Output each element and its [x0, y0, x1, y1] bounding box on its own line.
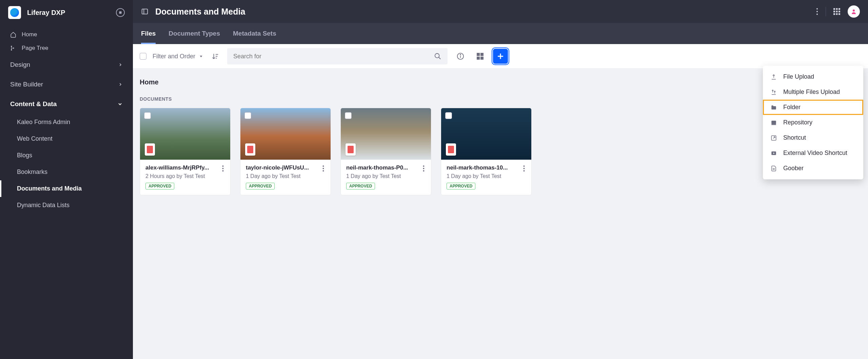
card-checkbox[interactable]	[445, 112, 452, 119]
card-kebab-icon[interactable]	[319, 164, 327, 173]
card-title: neil-mark-thomas-10...	[447, 164, 514, 171]
status-badge: APPROVED	[145, 183, 174, 190]
apps-grid-icon[interactable]	[833, 8, 840, 15]
nav-group-site-builder[interactable]: Site Builder	[0, 75, 133, 94]
separator	[826, 7, 826, 16]
card-thumbnail	[441, 108, 531, 160]
compass-icon[interactable]	[116, 8, 125, 17]
svg-rect-0	[11, 46, 12, 47]
svg-rect-27	[477, 53, 480, 56]
document-card[interactable]: taylor-nicole-jWFUsU... 1 Day ago by Tes…	[240, 108, 331, 195]
add-menu-shortcut[interactable]: Shortcut	[763, 130, 863, 145]
card-kebab-icon[interactable]	[419, 164, 428, 173]
card-checkbox[interactable]	[244, 112, 251, 119]
caret-down-icon	[199, 54, 203, 59]
info-button[interactable]	[454, 49, 467, 63]
nav-group-design[interactable]: Design	[0, 55, 133, 75]
tab-metadata-sets[interactable]: Metadata Sets	[233, 23, 276, 44]
view-toggle-button[interactable]	[473, 49, 487, 63]
nav-group-label: Design	[10, 61, 30, 68]
svg-point-50	[523, 168, 525, 169]
svg-point-44	[322, 168, 324, 169]
card-thumbnail	[341, 108, 431, 160]
panel-toggle-icon[interactable]	[141, 8, 149, 15]
svg-rect-8	[833, 8, 835, 10]
avatar[interactable]	[848, 5, 860, 18]
menu-item-label: Multiple Files Upload	[783, 88, 840, 96]
chevron-right-icon	[118, 82, 123, 87]
status-badge: APPROVED	[346, 183, 375, 190]
card-kebab-icon[interactable]	[219, 164, 227, 173]
sidebar-item-web-content[interactable]: Web Content	[0, 131, 133, 147]
sidebar-item-label: Bookmarks	[17, 168, 47, 175]
add-menu-goober[interactable]: Goober	[763, 161, 863, 176]
filter-order-dropdown[interactable]: Filter and Order	[153, 53, 203, 60]
topbar: Documents and Media	[133, 0, 868, 23]
add-menu-folder[interactable]: Folder	[763, 100, 863, 115]
document-card[interactable]: alex-williams-MrjRPfy... 2 Hours ago by …	[140, 108, 231, 195]
svg-point-26	[460, 55, 461, 55]
search-input[interactable]	[233, 53, 434, 60]
svg-rect-2	[13, 48, 14, 49]
file-type-badge-icon	[145, 143, 155, 156]
tab-document-types[interactable]: Document Types	[169, 23, 220, 44]
sidebar-item-label: Documents and Media	[17, 185, 82, 192]
svg-point-40	[222, 165, 223, 167]
video-icon	[770, 150, 777, 157]
svg-point-6	[816, 11, 818, 12]
brand-logo[interactable]	[8, 6, 21, 19]
add-menu-multiple-upload[interactable]: Multiple Files Upload	[763, 84, 863, 100]
card-kebab-icon[interactable]	[520, 164, 528, 173]
svg-rect-29	[477, 57, 480, 60]
svg-rect-16	[839, 13, 840, 15]
menu-item-label: External Video Shortcut	[783, 149, 847, 157]
home-icon	[10, 32, 16, 38]
add-menu-repository[interactable]: Repository	[763, 115, 863, 130]
sidebar-item-label: Home	[22, 31, 37, 38]
svg-point-48	[423, 170, 424, 172]
sidebar-nav: Home Page Tree Design Site Builder Conte…	[0, 25, 133, 216]
kebab-icon[interactable]	[816, 8, 818, 15]
svg-point-47	[423, 168, 424, 169]
card-body: neil-mark-thomas-P0... 1 Day ago by Test…	[341, 160, 431, 195]
add-button[interactable]	[493, 49, 508, 64]
svg-rect-33	[771, 121, 776, 124]
breadcrumb[interactable]: Home	[140, 78, 861, 86]
card-checkbox[interactable]	[144, 112, 151, 119]
tab-files[interactable]: Files	[141, 23, 156, 44]
select-all-checkbox[interactable]	[140, 53, 146, 60]
card-meta: 1 Day ago by Test Test	[447, 173, 526, 179]
sidebar-item-label: Page Tree	[22, 45, 48, 52]
toolbar: Filter and Order File Upload M	[133, 44, 868, 69]
sidebar-item-dynamic-data-lists[interactable]: Dynamic Data Lists	[0, 197, 133, 214]
document-card[interactable]: neil-mark-thomas-P0... 1 Day ago by Test…	[340, 108, 431, 195]
card-meta: 2 Hours ago by Test Test	[145, 173, 225, 179]
sidebar-item-label: Dynamic Data Lists	[17, 202, 70, 208]
card-checkbox[interactable]	[345, 112, 352, 119]
add-menu-file-upload[interactable]: File Upload	[763, 69, 863, 84]
search-icon[interactable]	[434, 53, 441, 60]
page-title: Documents and Media	[155, 7, 809, 17]
brand-name: Liferay DXP	[27, 9, 110, 17]
svg-point-22	[435, 54, 439, 58]
upload-multi-icon	[770, 89, 777, 96]
add-menu-external-video[interactable]: External Video Shortcut	[763, 145, 863, 161]
sidebar-item-home[interactable]: Home	[0, 28, 133, 41]
content: Home DOCUMENTS alex-williams-MrjRPfy... …	[133, 69, 868, 205]
repository-icon	[770, 119, 777, 126]
sidebar-item-bookmarks[interactable]: Bookmarks	[0, 164, 133, 180]
svg-point-17	[853, 9, 855, 12]
tree-icon	[10, 45, 16, 51]
file-type-badge-icon	[446, 143, 456, 156]
sidebar-item-label: Kaleo Forms Admin	[17, 119, 70, 125]
status-badge: APPROVED	[447, 183, 475, 190]
document-card[interactable]: neil-mark-thomas-10... 1 Day ago by Test…	[441, 108, 532, 195]
nav-group-content-data[interactable]: Content & Data	[0, 94, 133, 114]
sort-button[interactable]	[210, 51, 221, 62]
svg-point-49	[523, 165, 525, 167]
file-type-badge-icon	[245, 143, 255, 156]
sidebar-item-pagetree[interactable]: Page Tree	[0, 41, 133, 55]
sidebar-item-kaleo[interactable]: Kaleo Forms Admin	[0, 114, 133, 131]
sidebar-item-blogs[interactable]: Blogs	[0, 147, 133, 164]
sidebar-item-documents-media[interactable]: Documents and Media	[0, 180, 133, 197]
